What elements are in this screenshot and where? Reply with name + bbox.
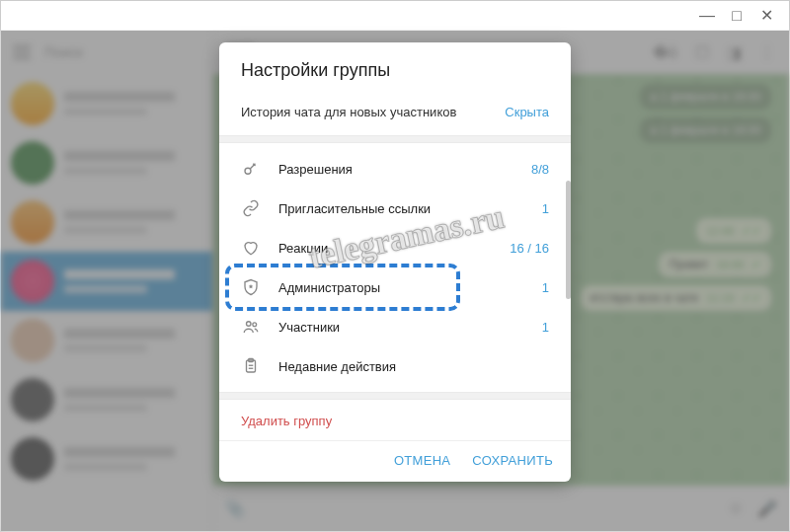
key-icon <box>241 159 261 179</box>
group-settings-modal: Настройки группы История чата для новых … <box>219 42 571 482</box>
history-label: История чата для новых участников <box>241 105 456 119</box>
members-row[interactable]: Участники 1 <box>219 307 571 346</box>
heart-icon <box>241 238 261 258</box>
members-value: 1 <box>542 320 549 335</box>
reactions-row[interactable]: Реакции 16 / 16 <box>219 228 571 267</box>
clipboard-icon <box>241 356 261 376</box>
modal-title: Настройки группы <box>219 42 571 95</box>
titlebar: — □ ✕ <box>1 1 789 31</box>
reactions-label: Реакции <box>278 241 492 256</box>
chat-history-row[interactable]: История чата для новых участников Скрыта <box>219 95 571 135</box>
svg-point-2 <box>253 323 257 327</box>
app-window: — □ ✕ Поиск <box>0 0 790 532</box>
recent-actions-label: Недавние действия <box>278 359 549 374</box>
recent-actions-row[interactable]: Недавние действия <box>219 346 571 386</box>
modal-footer: ОТМЕНА СОХРАНИТЬ <box>219 440 571 482</box>
shield-star-icon <box>241 277 261 297</box>
divider <box>219 392 571 400</box>
permissions-value: 8/8 <box>531 162 549 177</box>
administrators-value: 1 <box>542 280 549 295</box>
close-button[interactable]: ✕ <box>751 5 781 27</box>
administrators-row[interactable]: Администраторы 1 <box>219 267 571 307</box>
permissions-label: Разрешения <box>278 162 514 177</box>
minimize-button[interactable]: — <box>692 5 722 27</box>
svg-point-0 <box>245 168 251 174</box>
reactions-value: 16 / 16 <box>510 241 549 256</box>
members-label: Участники <box>278 320 524 335</box>
divider <box>219 135 571 143</box>
invite-links-label: Пригласительные ссылки <box>278 201 524 216</box>
invite-links-row[interactable]: Пригласительные ссылки 1 <box>219 189 571 228</box>
administrators-label: Администраторы <box>278 280 524 295</box>
delete-group-button[interactable]: Удалить группу <box>219 400 571 440</box>
scrollbar[interactable] <box>566 181 571 299</box>
link-icon <box>241 198 261 218</box>
history-value: Скрыта <box>505 105 549 119</box>
invite-links-value: 1 <box>542 201 549 216</box>
people-icon <box>241 317 261 337</box>
cancel-button[interactable]: ОТМЕНА <box>394 453 450 468</box>
settings-list: Разрешения 8/8 Пригласительные ссылки 1 <box>219 143 571 392</box>
save-button[interactable]: СОХРАНИТЬ <box>472 453 553 468</box>
maximize-button[interactable]: □ <box>722 5 751 27</box>
permissions-row[interactable]: Разрешения 8/8 <box>219 149 571 189</box>
svg-point-1 <box>247 322 252 327</box>
